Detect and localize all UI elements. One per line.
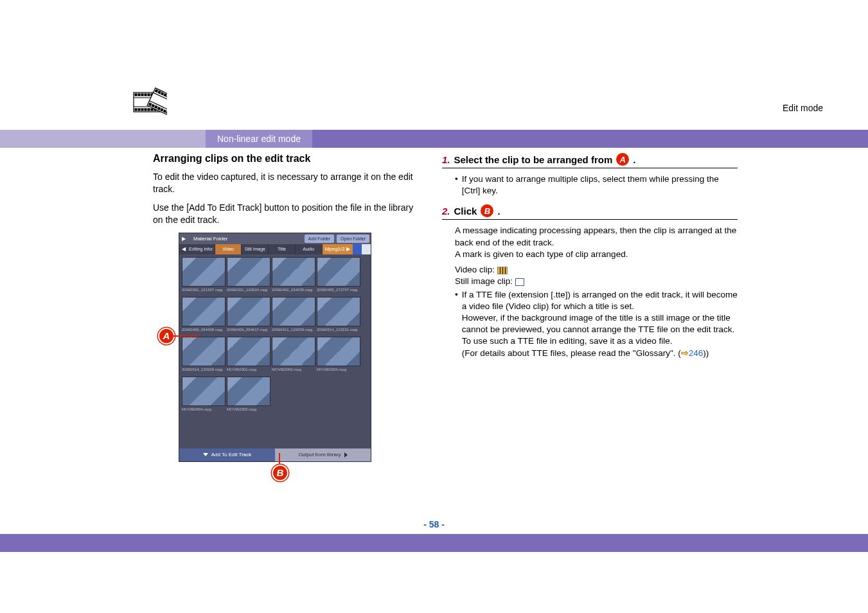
content-columns: Arranging clips on the edit track To edi… (0, 149, 868, 509)
tabs-back-icon[interactable]: ◀ (179, 244, 188, 254)
add-folder-button[interactable]: Add Folder (305, 235, 334, 243)
video-clip-line: Video clip: (455, 264, 738, 276)
add-to-edit-track-button[interactable]: Add To Edit Track (179, 449, 275, 461)
step-1-heading: 1. Select the clip to be arranged from A… (442, 153, 738, 168)
step-1-divider (442, 168, 738, 168)
shot-bottom-bar: Add To Edit Track Output from library (179, 449, 371, 461)
video-clip-label: Video clip: (455, 265, 495, 274)
thumbnail[interactable] (227, 377, 270, 406)
tab-editing-info[interactable]: Editing infor. (188, 244, 215, 254)
open-folder-button[interactable]: Open Folder (337, 235, 369, 243)
step-1: 1. Select the clip to be arranged from A… (442, 153, 738, 197)
tte-para1: However, if the background image of the … (462, 312, 738, 348)
tte-para2-b: )) (703, 348, 709, 358)
step-2: 2. Click B . A message indicating proces… (442, 204, 738, 359)
thumbnail-caption: MOVIE0004.mpg (182, 407, 226, 411)
glossary-link[interactable]: 246 (689, 348, 704, 358)
step-2-text: Click (454, 206, 477, 217)
step-1-note-text: If you want to arrange multiple clips, s… (462, 173, 738, 197)
step-1-text: Select the clip to be arranged from (454, 154, 613, 165)
thumbnail[interactable] (272, 257, 315, 287)
bullet-icon: • (455, 289, 458, 359)
link-arrow-icon: ⇨ (681, 348, 689, 358)
svg-rect-34 (161, 109, 163, 111)
svg-rect-31 (152, 104, 154, 107)
thumbnail-caption: MOVIE0001.mpg (227, 368, 270, 371)
footer-bar (0, 534, 868, 552)
marker-b-leader (279, 453, 280, 466)
period: . (633, 154, 635, 165)
svg-rect-15 (148, 109, 150, 111)
marker-a-icon: A (158, 328, 175, 344)
view-toggle-grid-icon[interactable] (362, 244, 371, 254)
expand-icon: ▶ (179, 233, 188, 244)
thumbnail-caption: 20060406_094408.mpg (182, 328, 226, 332)
shot-thumbnails: 20060331_101307.mpg20060331_120024.mpg20… (179, 254, 371, 449)
tte-para2-a: (For details about TTE files, please rea… (462, 348, 681, 358)
thumbnail[interactable] (182, 297, 226, 326)
page-header-area: Edit mode (0, 0, 868, 135)
svg-rect-7 (148, 94, 150, 96)
step-2-heading: 2. Click B . (442, 204, 738, 219)
thumbnail[interactable] (182, 257, 226, 287)
still-clip-line: Still image clip: (455, 276, 738, 287)
step-2-body: A message indicating processing appears,… (442, 225, 738, 359)
period: . (497, 206, 500, 217)
chevron-down-icon (203, 453, 208, 456)
material-folder-label: Material Folder (188, 233, 303, 244)
output-from-library-button[interactable]: Output from library (275, 449, 371, 461)
thumbnail-caption: 20060411_120059.mpg (272, 328, 315, 332)
marker-b-icon: B (272, 465, 288, 481)
thumbnail[interactable] (317, 257, 360, 287)
svg-rect-12 (138, 109, 140, 111)
shot-titlebar: ▶ Material Folder Add Folder Open Folder (179, 233, 371, 244)
tab-video[interactable]: Video (215, 244, 242, 254)
svg-rect-5 (141, 94, 143, 96)
svg-rect-22 (155, 90, 157, 93)
thumbnail[interactable] (272, 337, 315, 366)
thumbnail[interactable] (182, 337, 226, 366)
thumbnail-caption: 20060402_234035.mpg (272, 288, 315, 292)
tab-audio[interactable]: Audio (296, 244, 323, 254)
thumbnail[interactable] (182, 377, 226, 406)
format-dropdown[interactable]: Mpeg1/2 ▶ (323, 244, 353, 254)
screenshot-figure: A ▶ Material Folder Add Folder Open Fold… (179, 233, 423, 462)
step-1-note: • If you want to arrange multiple clips,… (442, 173, 738, 197)
thumbnail[interactable] (227, 337, 270, 366)
marker-a-inline-icon: A (616, 153, 629, 166)
tab-still-image[interactable]: Still image (242, 244, 269, 254)
thumbnail-caption: 20060331_120024.mpg (227, 288, 270, 292)
svg-rect-6 (145, 94, 146, 96)
thumbnail[interactable] (272, 297, 315, 326)
chevron-right-icon (344, 452, 348, 458)
shot-tabs: ◀ Editing infor. Video Still image Title… (179, 244, 371, 254)
app-screenshot: ▶ Material Folder Add Folder Open Folder… (179, 233, 371, 462)
tte-line1: If a TTE file (extension [.tte]) is arra… (462, 290, 738, 311)
thumbnail-caption: MOVIE0003.mpg (317, 368, 360, 371)
marker-a-leader (173, 335, 199, 337)
bar-spacer (0, 130, 206, 148)
thumbnail-caption: 20060331_101307.mpg (182, 288, 226, 292)
intro-paragraph-1: To edit the video captured, it is necess… (153, 171, 423, 195)
still-clip-label: Still image clip: (455, 276, 513, 286)
svg-rect-33 (157, 107, 160, 110)
video-clip-icon (497, 267, 508, 274)
thumbnail[interactable] (227, 297, 270, 326)
thumbnail[interactable] (227, 257, 270, 287)
thumbnail[interactable] (317, 297, 360, 326)
step-2-paragraph-1: A message indicating processing appears,… (455, 225, 738, 248)
thumbnail[interactable] (317, 337, 360, 366)
view-toggle-list-icon[interactable] (353, 244, 362, 254)
right-column: 1. Select the clip to be arranged from A… (442, 153, 738, 509)
section-title: Arranging clips on the edit track (153, 153, 423, 164)
svg-rect-32 (155, 106, 157, 109)
svg-rect-35 (163, 110, 166, 112)
step-number: 2. (442, 206, 450, 217)
tte-para2: (For details about TTE files, please rea… (462, 348, 738, 359)
thumbnail-caption: 20060405_172707.mpg (317, 288, 360, 292)
thumbnail-caption: 20060514_110231.mpg (317, 328, 360, 332)
svg-rect-13 (141, 109, 143, 111)
mode-label: Edit mode (783, 103, 823, 113)
subheading-bar: Non-linear edit mode (0, 130, 868, 148)
tab-title[interactable]: Title (269, 244, 296, 254)
